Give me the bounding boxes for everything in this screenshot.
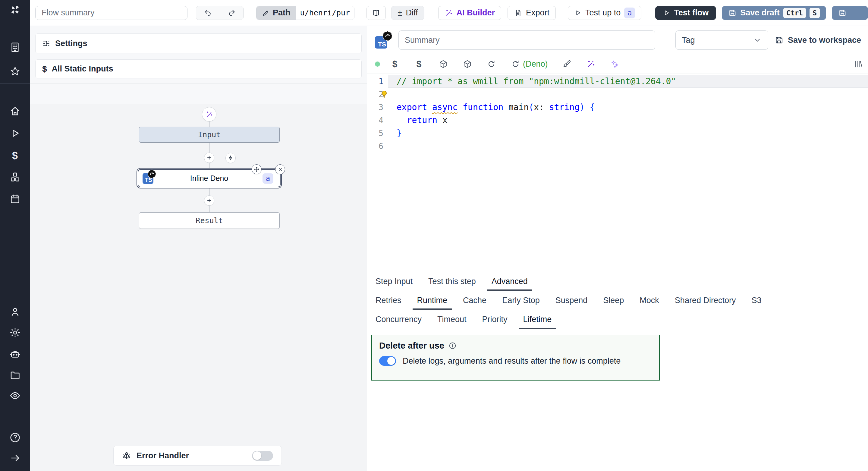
library-bars-icon[interactable] (853, 59, 863, 69)
header-divider (665, 26, 665, 54)
input-node[interactable]: Input (139, 127, 280, 143)
reload-icon[interactable] (486, 59, 496, 69)
error-handler-toggle[interactable] (252, 451, 273, 461)
tab-shared-directory[interactable]: Shared Directory (670, 291, 741, 310)
tab-advanced[interactable]: Advanced (487, 272, 532, 291)
step-summary-input[interactable] (398, 30, 655, 50)
workspace-building-icon[interactable] (9, 41, 22, 54)
code-line[interactable]: 6 (367, 140, 868, 153)
tab-step-input[interactable]: Step Input (371, 272, 417, 291)
format-brush-icon[interactable] (562, 59, 572, 69)
tab-priority[interactable]: Priority (478, 310, 512, 329)
settings-gear-icon[interactable] (9, 326, 22, 339)
lifetime-panel: Delete after use Delete logs, arguments … (367, 329, 868, 471)
add-step-button[interactable] (204, 196, 214, 206)
reload-deno-icon[interactable] (510, 59, 521, 69)
delete-after-use-title: Delete after use (379, 341, 444, 351)
home-icon[interactable] (9, 105, 22, 118)
redo-button[interactable] (220, 6, 243, 20)
ai-wand-icon[interactable] (586, 59, 596, 69)
windmill-logo-icon[interactable] (9, 4, 22, 16)
delete-after-use-box: Delete after use Delete logs, arguments … (371, 335, 660, 381)
step-lang-cluster: TS (143, 173, 161, 187)
top-toolbar: Path u/henri/pur ± Diff AI Builder Expor… (30, 0, 868, 26)
code-line[interactable]: 5} (367, 127, 868, 140)
ai-builder-button[interactable]: AI Builder (438, 6, 501, 20)
tab-s3[interactable]: S3 (747, 291, 766, 310)
path-value: u/henri/pur (296, 6, 354, 20)
resources-cubes-icon[interactable] (9, 171, 22, 183)
ai-wand-node-button[interactable] (202, 107, 216, 121)
workers-robot-icon[interactable] (9, 348, 22, 361)
help-icon[interactable] (9, 431, 22, 444)
step-header: TS Tag Save to workspace (367, 26, 868, 54)
package-icon[interactable] (438, 59, 448, 69)
line-number: 3 (367, 103, 388, 112)
package-lock-icon[interactable] (462, 59, 472, 69)
test-up-to-button[interactable]: Test up to a (568, 6, 641, 20)
all-static-inputs-button[interactable]: $ All Static Inputs (35, 59, 362, 79)
tab-suspend[interactable]: Suspend (551, 291, 592, 310)
folders-icon[interactable] (9, 369, 22, 382)
tab-concurrency[interactable]: Concurrency (371, 310, 426, 329)
tab-cache[interactable]: Cache (458, 291, 491, 310)
static-dollar-icon[interactable]: $ (414, 59, 424, 69)
move-step-button[interactable] (252, 164, 261, 174)
tag-select[interactable]: Tag (675, 30, 768, 50)
save-flow-button[interactable] (832, 6, 868, 20)
lightbulb-icon[interactable] (380, 90, 389, 99)
dollar-icon: $ (42, 64, 47, 74)
test-flow-button[interactable]: Test flow (655, 6, 716, 20)
variables-dollar-icon[interactable]: $ (390, 59, 400, 69)
code-editor[interactable]: 1// import * as wmill from "npm:windmill… (367, 73, 868, 272)
wand-icon (444, 9, 453, 17)
delete-after-use-toggle[interactable] (379, 356, 396, 366)
favorites-star-icon[interactable] (9, 65, 22, 78)
code-line[interactable]: 4 return x (367, 114, 868, 127)
docs-book-button[interactable] (367, 6, 386, 20)
code-line[interactable]: 2 (367, 88, 868, 101)
users-icon[interactable] (9, 305, 22, 318)
audit-eye-icon[interactable] (9, 389, 22, 402)
error-handler-card: Error Handler (113, 446, 282, 466)
result-node[interactable]: Result (139, 212, 280, 229)
tab-timeout[interactable]: Timeout (433, 310, 471, 329)
deno-runtime-label: (Deno) (523, 59, 548, 69)
export-button[interactable]: Export (507, 6, 556, 20)
ai-sparkles-icon[interactable] (610, 59, 620, 69)
runs-play-icon[interactable] (9, 127, 22, 140)
step-lang-cluster: TS (375, 32, 392, 49)
flow-graph-canvas[interactable]: Input TS Inline Deno a Result (30, 104, 367, 471)
tab-sleep[interactable]: Sleep (598, 291, 628, 310)
tab-runtime[interactable]: Runtime (412, 291, 452, 310)
trigger-bolt-button[interactable] (225, 153, 236, 163)
code-line[interactable]: 3export async function main(x: string) { (367, 101, 868, 114)
tab-retries[interactable]: Retries (371, 291, 406, 310)
line-number: 6 (367, 142, 388, 151)
plus-minus-icon: ± (398, 8, 402, 18)
code-text: return x (388, 115, 447, 125)
code-text: export async function main(x: string) { (388, 102, 595, 112)
tab-early-stop[interactable]: Early Stop (498, 291, 544, 310)
schedules-calendar-icon[interactable] (9, 193, 22, 205)
code-line[interactable]: 1// import * as wmill from "npm:windmill… (367, 75, 868, 88)
save-to-workspace-button[interactable]: Save to workspace (775, 36, 861, 45)
tab-mock[interactable]: Mock (635, 291, 664, 310)
delete-step-button[interactable] (275, 164, 285, 174)
info-icon[interactable] (448, 342, 457, 350)
diff-button[interactable]: ± Diff (391, 6, 424, 20)
add-step-button[interactable] (204, 153, 214, 163)
save-draft-button[interactable]: Save draft Ctrl S (722, 6, 826, 20)
flow-summary-input[interactable] (35, 6, 187, 20)
tab-lifetime[interactable]: Lifetime (519, 310, 556, 329)
path-button[interactable]: Path u/henri/pur (256, 6, 354, 20)
flow-settings-button[interactable]: Settings (35, 33, 362, 53)
undo-button[interactable] (196, 6, 220, 20)
chevron-down-icon (753, 36, 762, 45)
rail-divider (0, 83, 30, 84)
line-number: 5 (367, 129, 388, 138)
tab-test-this-step[interactable]: Test this step (424, 272, 480, 291)
expand-sidebar-arrow-icon[interactable] (9, 452, 22, 464)
variables-dollar-icon[interactable]: $ (9, 149, 22, 161)
code-text: // import * as wmill from "npm:windmill-… (388, 76, 676, 86)
